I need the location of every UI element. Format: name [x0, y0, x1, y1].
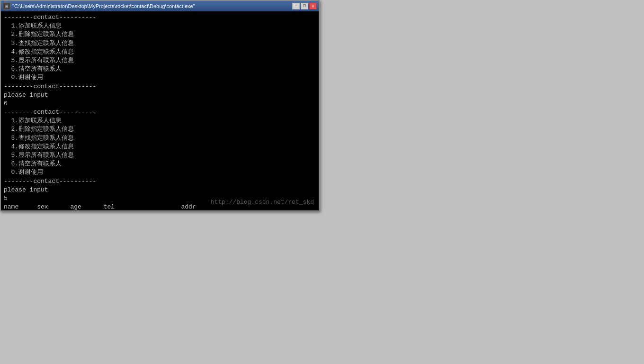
- console-window: ▣ "C:\Users\Administrator\Desktop\MyProj…: [0, 0, 320, 211]
- window-controls[interactable]: ─ □ ✕: [292, 3, 317, 9]
- minimize-button[interactable]: ─: [292, 3, 300, 9]
- title-bar[interactable]: ▣ "C:\Users\Administrator\Desktop\MyProj…: [1, 1, 319, 11]
- console-wrapper: --------contact---------- 1.添加联系人信息 2.删除…: [1, 11, 319, 210]
- title-bar-left: ▣ "C:\Users\Administrator\Desktop\MyProj…: [3, 2, 195, 10]
- restore-button[interactable]: □: [301, 3, 308, 9]
- app-icon: ▣: [3, 2, 10, 10]
- window-title: "C:\Users\Administrator\Desktop\MyProjec…: [12, 3, 195, 9]
- close-button[interactable]: ✕: [309, 3, 317, 9]
- console-output[interactable]: --------contact---------- 1.添加联系人信息 2.删除…: [1, 11, 319, 210]
